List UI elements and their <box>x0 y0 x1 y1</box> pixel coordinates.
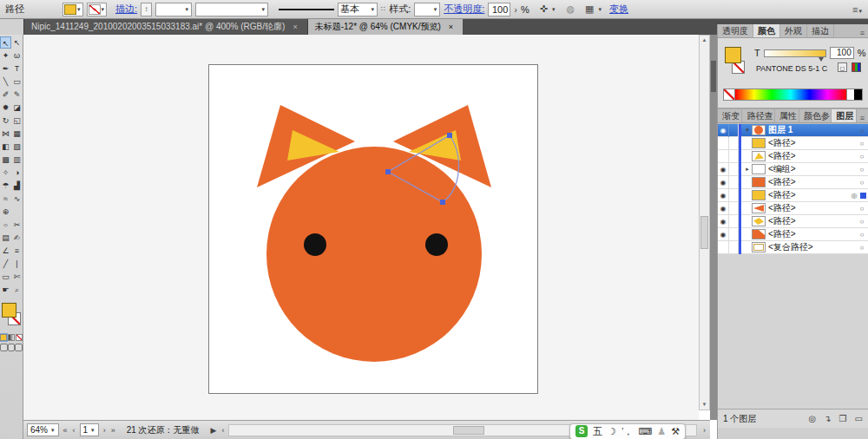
column-graph-tool[interactable]: ▟ <box>11 180 23 192</box>
selection-tool[interactable]: ↖ <box>0 36 11 49</box>
horizontal-scrollbar[interactable]: S 五 ☽ ’， ⌨ ♟ ⚒ <box>228 424 697 436</box>
tint-value-input[interactable]: 100 <box>830 47 854 59</box>
layer-row-group[interactable]: ◉ ▸ <编组> ○ <box>718 163 868 176</box>
target-icon[interactable]: ○ <box>856 153 868 161</box>
artboard-tool[interactable]: ⊕ <box>0 206 11 218</box>
paintbrush-tool[interactable]: ✐ <box>0 88 11 101</box>
visibility-toggle[interactable]: ◉ <box>718 189 729 202</box>
scroll-up-icon[interactable]: ▲ <box>700 36 709 45</box>
layer-row-path[interactable]: <路径> ○ <box>718 137 868 150</box>
visibility-toggle[interactable]: ◉ <box>718 215 729 228</box>
warp-tool[interactable]: ≈ <box>0 193 11 205</box>
layer-name[interactable]: <复合路径> <box>768 241 856 253</box>
draw-behind-button[interactable] <box>8 344 16 351</box>
panel-dock-menu-icon[interactable]: ≡▾ <box>852 4 863 15</box>
user-icon[interactable]: ♟ <box>657 426 666 437</box>
layer-row-path-selected[interactable]: ◉ <路径> ◎ <box>718 189 868 202</box>
lasso-tool[interactable]: ω <box>11 49 23 62</box>
new-layer-icon[interactable]: ❐ <box>839 414 847 423</box>
ime-mode-label[interactable]: 五 <box>593 425 602 438</box>
shape-builder-tool[interactable]: ◧ <box>0 141 11 153</box>
layer-name[interactable]: <路径> <box>768 150 856 162</box>
lock-toggle[interactable] <box>729 241 739 254</box>
lock-toggle[interactable] <box>729 163 739 176</box>
target-icon[interactable]: ○ <box>856 166 868 174</box>
style-select[interactable]: ▾ <box>414 3 440 16</box>
color-button[interactable] <box>0 334 7 341</box>
layer-row-path[interactable]: ◉ <路径> ○ <box>718 215 868 228</box>
stroke-weight-select[interactable]: ▾ <box>155 3 192 16</box>
width-tool[interactable]: ⋈ <box>0 128 11 140</box>
tab-color[interactable]: 颜色 <box>753 24 780 37</box>
transform-link[interactable]: 变换 <box>609 3 628 16</box>
perspective-grid-tool[interactable]: ▨ <box>11 141 23 153</box>
tab-stroke[interactable]: 描边 <box>807 24 834 37</box>
pencil-tool[interactable]: ✎ <box>11 88 23 101</box>
panel-menu-icon[interactable]: ≡ <box>857 114 868 122</box>
prev-artboard-icon[interactable]: ‹ <box>72 426 76 435</box>
slice-tool[interactable]: ⌔ <box>0 219 11 231</box>
layer-name[interactable]: <编组> <box>768 163 856 175</box>
opacity-link[interactable]: 不透明度: <box>444 3 484 16</box>
visibility-toggle[interactable] <box>718 241 729 254</box>
visibility-toggle[interactable]: ◉ <box>718 202 729 215</box>
tab-gradient[interactable]: 渐变 <box>718 109 742 122</box>
last-artboard-icon[interactable]: » <box>110 426 116 435</box>
align-options-icon[interactable]: ▦ <box>585 3 594 15</box>
lock-toggle[interactable] <box>729 150 739 163</box>
magic-wand-tool[interactable]: ✦ <box>0 49 11 62</box>
visibility-toggle[interactable]: ◉ <box>718 124 729 137</box>
eyedropper2-tool[interactable]: ╱ <box>0 258 11 270</box>
eyedropper-tool[interactable]: ✧ <box>0 167 11 179</box>
chevron-down-icon[interactable]: ▾ <box>598 6 603 13</box>
lock-toggle[interactable] <box>729 176 739 189</box>
document-setup-icon[interactable]: ◍ <box>567 3 575 15</box>
tab-attributes[interactable]: 属性 <box>775 109 799 122</box>
visibility-toggle[interactable] <box>718 150 729 163</box>
slice-select-tool[interactable]: ✄ <box>11 271 23 283</box>
layer-row-layer1[interactable]: ◉ ▾ 图层 1 ○ <box>718 124 868 137</box>
mesh-tool[interactable]: ▩ <box>0 154 11 166</box>
spectrum-gradient[interactable] <box>735 89 846 100</box>
ime-toolbar[interactable]: S 五 ☽ ’， ⌨ ♟ ⚒ <box>569 423 686 439</box>
rotate-tool[interactable]: ↻ <box>0 115 11 127</box>
expand-icon[interactable]: ▸ <box>743 166 752 173</box>
measure-tool[interactable]: ∠ <box>0 245 11 257</box>
target-selected-icon[interactable]: ◎ <box>848 192 860 200</box>
target-icon[interactable]: ○ <box>856 179 868 187</box>
layer-row-path[interactable]: <路径> ○ <box>718 150 868 163</box>
artboard-edit-tool[interactable]: ▭ <box>0 271 11 283</box>
marker-tool[interactable]: ❘ <box>11 258 23 270</box>
layer-row-path[interactable]: ◉ <路径> ○ <box>718 202 868 215</box>
select-similar-icon[interactable]: ✜ <box>540 3 548 15</box>
free-transform-tool[interactable]: ▦ <box>11 128 23 140</box>
sogou-logo-icon[interactable]: S <box>575 425 588 437</box>
draw-normal-button[interactable] <box>0 344 8 351</box>
lock-toggle[interactable] <box>729 189 739 202</box>
status-expand-icon[interactable]: ▶ <box>210 426 218 435</box>
eraser-tool[interactable]: ◪ <box>11 102 23 114</box>
close-icon[interactable]: × <box>290 22 299 32</box>
none-swatch[interactable] <box>724 89 735 100</box>
visibility-toggle[interactable]: ◉ <box>718 176 729 189</box>
zoom-tool[interactable]: ⌕ <box>11 284 23 296</box>
layer-name[interactable]: <路径> <box>768 176 856 188</box>
opacity-stepper[interactable]: › <box>514 4 517 15</box>
gradient-tool[interactable]: ▥ <box>11 154 23 166</box>
tab-color-guide[interactable]: 颜色参 <box>799 109 832 122</box>
stroke-color-button[interactable]: ▾ <box>87 3 108 16</box>
target-icon[interactable]: ○ <box>856 140 868 147</box>
type-tool[interactable]: T <box>11 62 23 75</box>
keyboard-icon[interactable]: ⌨ <box>638 426 652 437</box>
delete-layer-icon[interactable]: ▭ <box>855 414 863 423</box>
target-icon[interactable]: ○ <box>856 218 868 226</box>
canvas[interactable] <box>23 35 699 420</box>
recolor-artwork-icon[interactable]: ∷ <box>381 5 385 13</box>
shear-tool[interactable]: ✍ <box>11 232 23 244</box>
gradient-button[interactable] <box>8 334 15 341</box>
first-artboard-icon[interactable]: « <box>62 426 69 435</box>
lock-toggle[interactable] <box>729 228 739 241</box>
lock-toggle[interactable] <box>729 137 739 150</box>
artboard[interactable] <box>208 64 538 394</box>
layer-row-compound-path[interactable]: <复合路径> ○ <box>718 241 868 254</box>
